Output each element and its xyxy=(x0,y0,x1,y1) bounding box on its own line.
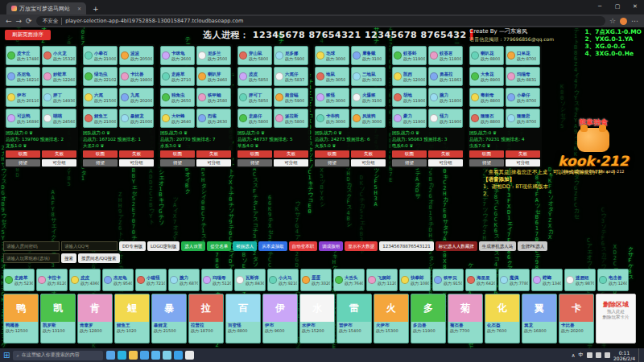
taskbar-clock[interactable]: 0:11 2026/2/4 xyxy=(613,350,635,361)
toolbar-button-dd-version[interactable]: DD专用版 xyxy=(119,241,146,251)
player-card[interactable]: 九尾战力:20200 xyxy=(119,88,154,107)
bottom-player-card-large[interactable]: 伊伊布战力:9600 xyxy=(262,294,298,343)
bottom-player-card[interactable]: 铁甲贝战力:9150 xyxy=(432,269,464,291)
player-card[interactable]: 大食花战力:8900 xyxy=(469,67,504,86)
volume-icon[interactable] xyxy=(596,352,601,358)
group-button[interactable]: 可分组 xyxy=(506,159,540,167)
taskbar-search[interactable]: ⌕ 在这里输入你要搜索的内容 xyxy=(13,351,103,360)
toolbar-button-select-settings[interactable]: 选人设置 xyxy=(181,241,205,251)
toolbar-button-logo-version[interactable]: LOGO定制版 xyxy=(147,241,180,251)
player-card[interactable]: 走路草战力:2710 xyxy=(160,67,195,86)
toolbar-button-auto-job[interactable]: 自动变本职 xyxy=(289,241,318,251)
bottom-player-card-large[interactable]: 肯肯泰罗战力:12800 xyxy=(77,294,113,343)
player-card[interactable]: 喇叭芽战力:2460 xyxy=(196,67,231,86)
bottom-player-card[interactable]: 皮皮战力:4360 xyxy=(69,269,101,291)
player-card[interactable]: 地鼠战力:3050 xyxy=(315,67,349,86)
bottom-player-card[interactable]: 走路草战力:5230 xyxy=(3,269,35,291)
kick-button[interactable]: 砍圈 xyxy=(237,150,272,158)
bottom-player-card[interactable]: 杰尼龟战力:9540 xyxy=(102,269,134,291)
bottom-player-card[interactable]: 小磁怪战力:7210 xyxy=(135,269,167,291)
bottom-player-card[interactable]: 电击兽战力:12600 xyxy=(597,269,629,291)
taskbar-icon-mail[interactable] xyxy=(151,351,160,360)
player-card[interactable]: 可达鸭战力:16890 xyxy=(6,109,40,128)
player-card[interactable]: 皮皮战力:5850 xyxy=(237,67,272,86)
new-tab-button[interactable]: + xyxy=(93,5,99,13)
browser-tab[interactable]: 万放宝可梦选马网站 ✕ xyxy=(6,2,86,14)
bottom-player-card-large[interactable]: 卡卡比兽战力:20200 xyxy=(559,294,594,343)
bottom-player-card[interactable]: 卡拉卡战力:8120 xyxy=(36,269,68,291)
bottom-player-card-large[interactable]: 翼翼龙战力:16800 xyxy=(522,294,557,343)
player-card[interactable]: 猴怪战力:3000 xyxy=(315,88,349,107)
toolbar-input-qq-number[interactable] xyxy=(61,241,118,251)
page-refresh-button[interactable]: 刷新页面排序 xyxy=(5,30,51,40)
browser-menu-icon[interactable]: ⋯ xyxy=(631,17,638,25)
group-button[interactable]: 可分组 xyxy=(42,159,76,167)
minimize-button[interactable]: ─ xyxy=(591,0,609,13)
kick-button[interactable]: 砍圈 xyxy=(160,150,195,158)
player-card[interactable]: 怪力战力:11900 xyxy=(428,109,463,128)
player-card[interactable]: 口呆花战力:8700 xyxy=(506,46,540,65)
player-card[interactable]: 伊布战力:20110 xyxy=(6,88,40,107)
kick-button[interactable]: 砍圈 xyxy=(6,150,40,158)
kick-button[interactable]: 砍圈 xyxy=(315,150,349,158)
player-card[interactable]: 六尾战力:21500 xyxy=(83,88,118,107)
taskbar-icon-vscode[interactable] xyxy=(174,351,183,360)
player-card[interactable]: 尼多兰战力:2500 xyxy=(196,46,231,65)
player-card[interactable]: 皮卡丘战力:17480 xyxy=(6,46,40,65)
player-card[interactable]: 铁甲蛹战力:2580 xyxy=(196,88,231,107)
toolbar-button-id-digits[interactable]: 12345678876543121 xyxy=(379,241,434,251)
profile-avatar[interactable] xyxy=(620,18,627,25)
kick-button[interactable]: 砍圈 xyxy=(83,150,118,158)
player-card[interactable]: 勇基拉战力:11863 xyxy=(428,67,463,86)
group-button[interactable]: 可分组 xyxy=(351,159,386,167)
player-card[interactable]: 胖丁战力:14930 xyxy=(42,88,76,107)
taskbar-icon-explorer[interactable] xyxy=(129,351,138,360)
delete-zone[interactable]: 删除区域 拖入此处 删除玩家卡片 xyxy=(596,294,636,343)
player-card[interactable]: 派拉斯战力:5800 xyxy=(274,109,308,128)
player-card[interactable]: 小火龙战力:15320 xyxy=(42,46,76,65)
bottom-player-card-large[interactable]: 菊菊石兽战力:7700 xyxy=(448,294,483,343)
bottom-player-card[interactable]: 腕力战力:6870 xyxy=(168,269,200,291)
player-card[interactable]: 三地鼠战力:3023 xyxy=(351,67,386,86)
kick-button[interactable]: 砍圈 xyxy=(469,150,504,158)
player-card[interactable]: 大针蜂战力:2640 xyxy=(160,109,195,128)
language-indicator[interactable]: 中 xyxy=(579,352,584,359)
back-icon[interactable]: ← xyxy=(6,17,12,25)
player-card[interactable]: 蚊香蚪战力:11900 xyxy=(392,46,427,65)
group-button[interactable]: 可分组 xyxy=(119,159,154,167)
toolbar-button-search-by-room[interactable]: 按房间名/QQ搜索 xyxy=(78,253,120,263)
player-card[interactable]: 卡咪龟战力:2600 xyxy=(160,46,195,65)
bottom-player-card[interactable]: 蛋蛋战力:3320 xyxy=(300,269,332,291)
toolbar-input-room-password[interactable] xyxy=(3,241,60,251)
wait-button[interactable]: 得望 xyxy=(469,159,504,167)
toolbar-button-draw-from-table[interactable]: 从本桌抽取 xyxy=(258,241,287,251)
player-card[interactable]: 蚊香君战力:11800 xyxy=(428,46,463,65)
player-card[interactable]: 摩鲁蛾战力:3100 xyxy=(351,46,386,65)
fail-button[interactable]: 失败 xyxy=(196,150,231,158)
tab-close-icon[interactable]: ✕ xyxy=(77,6,81,11)
bottom-player-card-large[interactable]: 鸭鸭嘴兽战力:12500 xyxy=(3,294,39,343)
wait-button[interactable]: 得望 xyxy=(160,159,195,167)
close-button[interactable]: ✕ xyxy=(626,0,644,13)
bottom-player-card-large[interactable]: 暴暴鲤龙战力:21500 xyxy=(151,294,187,343)
bottom-player-card-large[interactable]: 鲤鲤鱼王战力:1020 xyxy=(114,294,150,343)
bottom-player-card-large[interactable]: 百百变怪战力:8800 xyxy=(225,294,261,343)
group-button[interactable]: 可分组 xyxy=(196,159,231,167)
refresh-icon[interactable]: ⟳ xyxy=(26,17,32,25)
battery-icon[interactable] xyxy=(605,352,610,358)
player-card[interactable]: 绿毛虫战力:22102 xyxy=(83,67,118,86)
bottom-player-card[interactable]: 飞腿郎战力:11200 xyxy=(366,269,398,291)
show-desktop-button[interactable] xyxy=(638,348,641,362)
wifi-icon[interactable] xyxy=(587,352,592,358)
player-card[interactable]: 胖可丁战力:5850 xyxy=(237,88,272,107)
wait-button[interactable]: 得望 xyxy=(237,159,272,167)
player-card[interactable]: 烈雀战力:2630 xyxy=(196,109,231,128)
player-card[interactable]: 小拳石战力:21000 xyxy=(83,46,118,65)
address-bar[interactable]: 不安全 player-selection-app-4bl19752858-130… xyxy=(36,16,605,26)
player-card[interactable]: 超音蝠战力:5900 xyxy=(274,88,308,107)
taskbar-icon-edge[interactable] xyxy=(118,351,126,360)
player-card[interactable]: 喵喵战力:24560 xyxy=(42,109,76,128)
fail-button[interactable]: 失败 xyxy=(274,150,308,158)
favorites-star-icon[interactable]: ☆ xyxy=(609,17,616,25)
player-card[interactable]: 独角虫战力:2650 xyxy=(160,88,195,107)
